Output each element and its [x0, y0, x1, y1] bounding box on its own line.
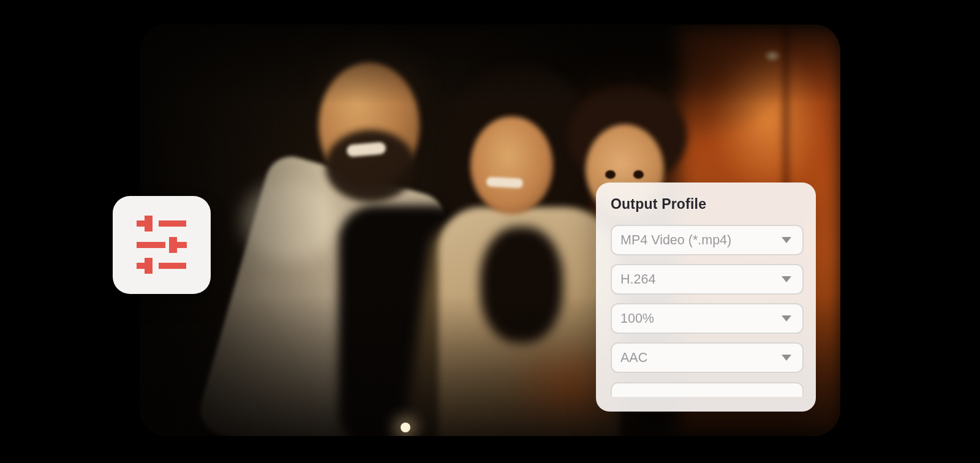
photo-woman-smile	[486, 176, 524, 188]
slider-track	[159, 263, 186, 269]
settings-icon-card	[113, 196, 211, 294]
sliders-icon	[137, 216, 187, 274]
photo-small-light	[401, 423, 410, 432]
slider-track	[177, 242, 187, 248]
format-select[interactable]: MP4 Video (*.mp4)	[611, 225, 804, 255]
quality-select-value: 100%	[620, 311, 654, 326]
chevron-down-icon	[782, 355, 791, 361]
audio-codec-select[interactable]: AAC	[611, 342, 804, 373]
clipped-select[interactable]	[611, 382, 804, 397]
slider-track	[159, 220, 186, 227]
photo-child-eye	[633, 170, 644, 179]
photo-woman-face	[470, 116, 553, 214]
chevron-down-icon	[782, 237, 791, 243]
chevron-down-icon	[782, 315, 791, 322]
photo-child-eye	[605, 170, 616, 179]
output-profile-panel: Output Profile MP4 Video (*.mp4) H.264 1…	[596, 183, 816, 412]
slider-knob	[145, 258, 153, 274]
quality-select[interactable]: 100%	[611, 303, 804, 334]
slider-knob	[169, 237, 177, 253]
promo-canvas: Output Profile MP4 Video (*.mp4) H.264 1…	[0, 0, 980, 463]
clipped-select-wrapper	[611, 382, 804, 397]
slider-track	[137, 242, 165, 248]
chevron-down-icon	[782, 276, 791, 282]
photo-man-beard	[325, 130, 416, 202]
video-codec-select[interactable]: H.264	[611, 264, 804, 295]
video-codec-select-value: H.264	[620, 272, 655, 287]
audio-codec-select-value: AAC	[620, 350, 647, 366]
panel-title: Output Profile	[611, 196, 804, 213]
format-select-value: MP4 Video (*.mp4)	[620, 233, 731, 248]
slider-knob	[145, 216, 153, 232]
